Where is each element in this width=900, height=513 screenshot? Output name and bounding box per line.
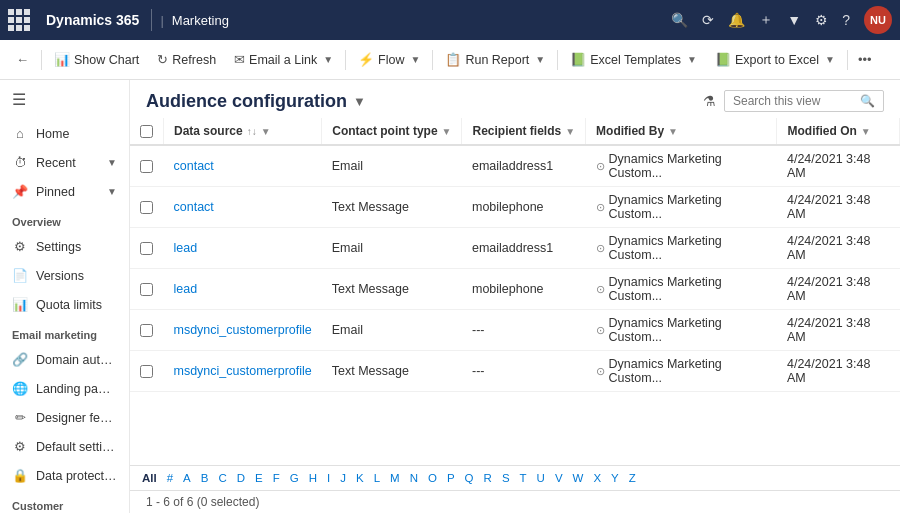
alpha-item-r[interactable]: R bbox=[480, 470, 496, 486]
data-source-link[interactable]: lead bbox=[174, 241, 198, 255]
alpha-item-l[interactable]: L bbox=[370, 470, 384, 486]
contact-point-col[interactable]: Contact point type ▼ bbox=[322, 118, 462, 145]
toolbar-more-button[interactable]: ••• bbox=[852, 48, 878, 71]
view-filter-icon[interactable]: ⚗ bbox=[703, 93, 716, 109]
alpha-item-i[interactable]: I bbox=[323, 470, 334, 486]
alpha-item-x[interactable]: X bbox=[589, 470, 605, 486]
topbar-module: Marketing bbox=[172, 13, 229, 28]
alpha-item-y[interactable]: Y bbox=[607, 470, 623, 486]
sidebar-item-home[interactable]: ⌂ Home bbox=[0, 119, 129, 148]
data-source-link[interactable]: msdynci_customerprofile bbox=[174, 364, 312, 378]
data-source-link[interactable]: contact bbox=[174, 159, 214, 173]
gear-icon[interactable]: ⚙ bbox=[815, 12, 828, 28]
row-checkbox[interactable] bbox=[140, 283, 153, 296]
sidebar-item-label: Versions bbox=[36, 269, 117, 283]
modified-by-cell: ⊙ Dynamics Marketing Custom... bbox=[586, 310, 777, 351]
email-link-button[interactable]: ✉ Email a Link ▼ bbox=[226, 48, 341, 71]
sidebar: ☰ ⌂ Home ⏱ Recent ▼ 📌 Pinned ▼ Overview … bbox=[0, 80, 130, 513]
help-icon[interactable]: ? bbox=[842, 12, 850, 28]
modified-on-cell: 4/24/2021 3:48 AM bbox=[777, 145, 900, 187]
search-input[interactable] bbox=[733, 94, 856, 108]
notification-icon[interactable]: 🔔 bbox=[728, 12, 745, 28]
alpha-item-all[interactable]: All bbox=[138, 470, 161, 486]
add-icon[interactable]: ＋ bbox=[759, 11, 773, 29]
sidebar-item-data-protection[interactable]: 🔒 Data protections bbox=[0, 461, 129, 490]
alpha-item-w[interactable]: W bbox=[569, 470, 588, 486]
export-to-excel-button[interactable]: 📗 Export to Excel ▼ bbox=[707, 48, 843, 71]
flow-button[interactable]: ⚡ Flow ▼ bbox=[350, 48, 428, 71]
filter-icon[interactable]: ▼ bbox=[787, 12, 801, 28]
alpha-item-o[interactable]: O bbox=[424, 470, 441, 486]
data-source-filter: ▼ bbox=[261, 126, 271, 137]
refresh-button[interactable]: ↻ Refresh bbox=[149, 48, 224, 71]
alpha-item-j[interactable]: J bbox=[336, 470, 350, 486]
search-icon[interactable]: 🔍 bbox=[860, 94, 875, 108]
alpha-item-f[interactable]: F bbox=[269, 470, 284, 486]
alpha-item-q[interactable]: Q bbox=[461, 470, 478, 486]
row-checkbox-cell bbox=[130, 269, 164, 310]
alpha-item-k[interactable]: K bbox=[352, 470, 368, 486]
recipient-fields-col[interactable]: Recipient fields ▼ bbox=[462, 118, 586, 145]
alpha-item-h[interactable]: H bbox=[305, 470, 321, 486]
data-source-col[interactable]: Data source ↑↓ ▼ bbox=[164, 118, 322, 145]
sidebar-item-pinned[interactable]: 📌 Pinned ▼ bbox=[0, 177, 129, 206]
data-source-link[interactable]: contact bbox=[174, 200, 214, 214]
modified-on-col[interactable]: Modified On ▼ bbox=[777, 118, 900, 145]
user-avatar[interactable]: NU bbox=[864, 6, 892, 34]
sidebar-item-settings[interactable]: ⚙ Settings bbox=[0, 232, 129, 261]
alpha-item-b[interactable]: B bbox=[197, 470, 213, 486]
sidebar-item-recent[interactable]: ⏱ Recent ▼ bbox=[0, 148, 129, 177]
alpha-item-g[interactable]: G bbox=[286, 470, 303, 486]
sidebar-item-label: Settings bbox=[36, 240, 117, 254]
alpha-item-p[interactable]: P bbox=[443, 470, 459, 486]
data-source-link[interactable]: msdynci_customerprofile bbox=[174, 323, 312, 337]
settings-refresh-icon[interactable]: ⟳ bbox=[702, 12, 714, 28]
row-checkbox[interactable] bbox=[140, 365, 153, 378]
hamburger-button[interactable]: ☰ bbox=[0, 80, 129, 119]
sidebar-item-designer[interactable]: ✏ Designer feature ... bbox=[0, 403, 129, 432]
alpha-item-m[interactable]: M bbox=[386, 470, 404, 486]
apps-icon[interactable] bbox=[8, 9, 30, 31]
modified-on-cell: 4/24/2021 3:48 AM bbox=[777, 187, 900, 228]
search-box[interactable]: 🔍 bbox=[724, 90, 884, 112]
excel-templates-button[interactable]: 📗 Excel Templates ▼ bbox=[562, 48, 705, 71]
search-icon[interactable]: 🔍 bbox=[671, 12, 688, 28]
sidebar-item-landing[interactable]: 🌐 Landing pages bbox=[0, 374, 129, 403]
alpha-item-t[interactable]: T bbox=[516, 470, 531, 486]
sidebar-item-default[interactable]: ⚙ Default settings bbox=[0, 432, 129, 461]
row-checkbox[interactable] bbox=[140, 201, 153, 214]
sidebar-item-domain[interactable]: 🔗 Domain authentic... bbox=[0, 345, 129, 374]
alpha-item-v[interactable]: V bbox=[551, 470, 567, 486]
sidebar-item-versions[interactable]: 📄 Versions bbox=[0, 261, 129, 290]
page-title-chevron[interactable]: ▼ bbox=[353, 94, 366, 109]
run-report-button[interactable]: 📋 Run Report ▼ bbox=[437, 48, 553, 71]
row-checkbox[interactable] bbox=[140, 160, 153, 173]
home-icon: ⌂ bbox=[12, 126, 28, 141]
row-checkbox[interactable] bbox=[140, 242, 153, 255]
alpha-item-z[interactable]: Z bbox=[625, 470, 640, 486]
modified-by-col[interactable]: Modified By ▼ bbox=[586, 118, 777, 145]
data-source-cell: lead bbox=[164, 228, 322, 269]
quota-icon: 📊 bbox=[12, 297, 28, 312]
alpha-item-a[interactable]: A bbox=[179, 470, 195, 486]
alpha-item-c[interactable]: C bbox=[214, 470, 230, 486]
alpha-item-#[interactable]: # bbox=[163, 470, 177, 486]
status-bar: 1 - 6 of 6 (0 selected) bbox=[130, 490, 900, 513]
recipient-cell: mobilephone bbox=[462, 269, 586, 310]
recent-icon: ⏱ bbox=[12, 155, 28, 170]
alpha-item-u[interactable]: U bbox=[533, 470, 549, 486]
select-all-col[interactable] bbox=[130, 118, 164, 145]
data-source-sort: ↑↓ bbox=[247, 126, 257, 137]
data-source-link[interactable]: lead bbox=[174, 282, 198, 296]
sidebar-item-quota[interactable]: 📊 Quota limits bbox=[0, 290, 129, 319]
alpha-item-n[interactable]: N bbox=[406, 470, 422, 486]
alpha-item-d[interactable]: D bbox=[233, 470, 249, 486]
modified-by-cell: ⊙ Dynamics Marketing Custom... bbox=[586, 228, 777, 269]
alpha-item-e[interactable]: E bbox=[251, 470, 267, 486]
back-button[interactable]: ← bbox=[8, 48, 37, 71]
select-all-checkbox[interactable] bbox=[140, 125, 153, 138]
show-chart-button[interactable]: 📊 Show Chart bbox=[46, 48, 147, 71]
alpha-item-s[interactable]: S bbox=[498, 470, 514, 486]
modified-by-cell: ⊙ Dynamics Marketing Custom... bbox=[586, 351, 777, 392]
row-checkbox[interactable] bbox=[140, 324, 153, 337]
